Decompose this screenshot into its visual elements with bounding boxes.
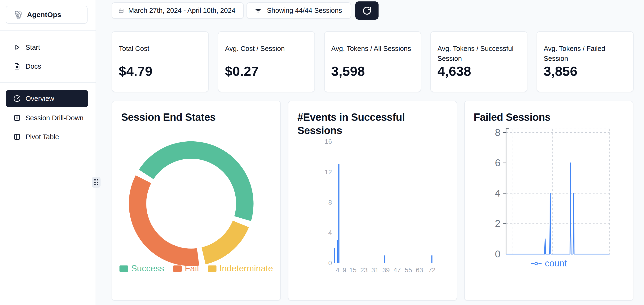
y-tick-label: 0 — [495, 248, 500, 259]
sidebar-item-session-drill-down[interactable]: Session Drill-Down — [6, 110, 88, 126]
bar[interactable] — [337, 240, 338, 263]
columns-icon — [13, 133, 21, 141]
x-tick-label: 72 — [428, 266, 436, 274]
legend-item-fail[interactable]: Fail — [173, 263, 199, 273]
calendar-icon — [118, 8, 124, 14]
donut-segment-indeterminate[interactable] — [202, 221, 249, 264]
stat-label: Total Cost — [119, 44, 200, 54]
count-legend[interactable]: count — [465, 258, 633, 268]
document-icon — [13, 63, 21, 70]
sidebar-divider — [0, 82, 96, 83]
doc-lines-icon — [13, 114, 21, 122]
page: AgentOps Start Docs Overview — [0, 0, 644, 305]
bar[interactable] — [334, 248, 335, 263]
x-tick-label: 55 — [405, 266, 412, 274]
y-tick-label: 0 — [328, 259, 332, 267]
x-tick-label: 63 — [416, 266, 423, 274]
sidebar-item-label: Docs — [26, 63, 41, 70]
refresh-icon — [362, 6, 372, 16]
y-tick-label: 4 — [328, 229, 332, 236]
date-range-button[interactable]: March 27th, 2024 - April 10th, 2024 — [112, 2, 244, 19]
stat-value: 4,638 — [438, 64, 520, 79]
y-tick-label: 4 — [495, 188, 500, 199]
stat-card-avg-tokens-success: Avg. Tokens / Successful Session 4,638 — [430, 31, 527, 92]
line-marker-icon — [531, 261, 542, 266]
sidebar-item-overview[interactable]: Overview — [6, 90, 88, 107]
y-tick-label: 2 — [495, 218, 500, 229]
stat-label: Avg. Tokens / Failed Session — [544, 44, 625, 64]
stat-value: $4.79 — [119, 64, 201, 79]
refresh-button[interactable] — [355, 2, 378, 20]
x-tick-label: 31 — [371, 266, 378, 274]
play-icon — [13, 44, 21, 51]
date-range-label: March 27th, 2024 - April 10th, 2024 — [128, 7, 236, 15]
chart-card-failed-sessions: Failed Sessions 02468 count — [464, 101, 633, 301]
bar-chart[interactable]: 0481216491523313947556372 — [288, 101, 456, 300]
stat-card-avg-cost: Avg. Cost / Session $0.27 — [218, 31, 315, 92]
legend-item-success[interactable]: Success — [120, 263, 164, 273]
bar[interactable] — [384, 255, 385, 263]
gauge-icon — [13, 95, 21, 103]
sidebar-item-docs[interactable]: Docs — [6, 59, 88, 74]
sidebar-item-label: Session Drill-Down — [26, 114, 84, 122]
count-line[interactable] — [506, 163, 610, 254]
stat-label: Avg. Tokens / Successful Session — [438, 44, 519, 64]
sidebar: AgentOps Start Docs Overview — [0, 0, 96, 305]
x-tick-label: 39 — [382, 266, 390, 274]
sidebar-item-pivot-table[interactable]: Pivot Table — [6, 129, 88, 144]
chart-card-events-histogram: #Events in Successful Sessions 048121649… — [288, 101, 457, 301]
legend-swatch — [208, 265, 216, 272]
donut-segment-success[interactable] — [139, 141, 254, 221]
app-name: AgentOps — [27, 11, 61, 19]
y-tick-label: 12 — [324, 168, 332, 176]
stat-value: $0.27 — [225, 64, 307, 79]
legend-label: Success — [131, 263, 164, 273]
paperclip-icon — [12, 9, 23, 20]
x-tick-label: 15 — [349, 266, 356, 274]
stat-value: 3,856 — [544, 64, 626, 79]
y-tick-label: 6 — [495, 157, 500, 168]
y-tick-label: 16 — [324, 138, 332, 145]
sidebar-item-label: Overview — [26, 95, 54, 103]
sessions-filter-label: Showing 44/44 Sessions — [267, 7, 342, 15]
stat-card-avg-tokens-failed: Avg. Tokens / Failed Session 3,856 — [536, 31, 634, 92]
donut-legend: SuccessFailIndeterminate — [112, 263, 280, 273]
legend-swatch — [173, 265, 182, 272]
count-legend-label: count — [545, 258, 567, 268]
sidebar-item-start[interactable]: Start — [6, 40, 88, 55]
stat-card-total-cost: Total Cost $4.79 — [112, 31, 209, 92]
chart-card-session-end-states: Session End States SuccessFailIndetermin… — [112, 101, 281, 301]
donut-segment-fail[interactable] — [129, 175, 199, 266]
legend-swatch — [120, 265, 128, 272]
sidebar-resize-handle[interactable] — [92, 177, 100, 188]
bar[interactable] — [431, 255, 432, 263]
x-tick-label: 9 — [342, 266, 346, 274]
x-tick-label: 47 — [394, 266, 401, 274]
x-tick-label: 4 — [336, 266, 339, 274]
stat-label: Avg. Cost / Session — [225, 44, 306, 54]
x-tick-label: 23 — [360, 266, 368, 274]
sidebar-item-label: Pivot Table — [26, 133, 59, 141]
sidebar-item-label: Start — [26, 44, 40, 51]
agentops-logo[interactable]: AgentOps — [6, 6, 88, 24]
bar[interactable] — [338, 164, 339, 263]
stat-value: 3,598 — [331, 64, 414, 79]
legend-label: Indeterminate — [220, 263, 273, 273]
filter-icon — [254, 7, 262, 14]
sidebar-divider — [0, 30, 96, 31]
y-tick-label: 8 — [328, 199, 332, 206]
line-chart[interactable]: 02468 — [465, 101, 633, 300]
legend-label: Fail — [185, 263, 199, 273]
sessions-filter-button[interactable]: Showing 44/44 Sessions — [246, 2, 351, 19]
y-tick-label: 8 — [495, 127, 500, 138]
stat-card-avg-tokens-all: Avg. Tokens / All Sessions 3,598 — [324, 31, 421, 92]
legend-item-indeterminate[interactable]: Indeterminate — [208, 263, 273, 273]
stat-label: Avg. Tokens / All Sessions — [331, 44, 413, 54]
